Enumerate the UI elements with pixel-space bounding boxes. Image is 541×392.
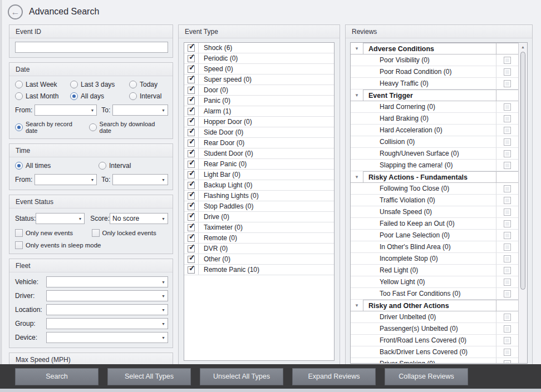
review-checkbox[interactable]	[496, 113, 518, 124]
event-type-checkbox[interactable]: ✓	[184, 138, 199, 148]
checkbox-only-new-events[interactable]: Only new events	[15, 229, 92, 237]
review-checkbox[interactable]	[496, 78, 518, 89]
collapse-arrow-icon[interactable]: ▾	[351, 43, 363, 54]
review-item-row[interactable]: Back/Driver Lens Covered (0)	[351, 346, 518, 358]
review-checkbox[interactable]	[496, 218, 518, 229]
review-checkbox[interactable]	[496, 206, 518, 217]
review-item-row[interactable]: Driver Unbelted (0)	[351, 311, 518, 323]
review-checkbox[interactable]	[496, 125, 518, 136]
radio-date-last-week[interactable]: Last Week	[15, 81, 70, 88]
collapse-arrow-icon[interactable]: ▾	[351, 171, 363, 182]
review-checkbox[interactable]	[496, 276, 518, 287]
event-type-checkbox[interactable]: ✓	[184, 106, 199, 116]
review-item-row[interactable]: Too Fast For Conditions (0)	[351, 288, 518, 300]
review-item-row[interactable]: Collision (0)	[351, 136, 518, 148]
expand-reviews-button[interactable]: Expand Reviews	[292, 368, 376, 385]
event-type-row[interactable]: ✓Side Door (0)	[184, 127, 334, 138]
review-group-row[interactable]: ▾Risky and Other Actions	[351, 300, 518, 311]
event-type-checkbox[interactable]: ✓	[184, 159, 199, 169]
review-item-row[interactable]: Hard Cornering (0)	[351, 101, 518, 113]
event-type-checkbox[interactable]: ✓	[184, 127, 199, 137]
review-item-row[interactable]: Hard Acceleration (0)	[351, 125, 518, 136]
fleet-dropdown-driver[interactable]: ▼	[46, 290, 168, 301]
review-item-row[interactable]: Yellow Light (0)	[351, 276, 518, 288]
event-type-row[interactable]: ✓Light Bar (0)	[184, 170, 334, 180]
review-item-row[interactable]: Traffic Violation (0)	[351, 195, 518, 206]
event-type-checkbox[interactable]: ✓	[184, 222, 199, 232]
event-type-row[interactable]: ✓Periodic (0)	[184, 53, 334, 64]
event-type-checkbox[interactable]: ✓	[184, 148, 199, 158]
event-type-checkbox[interactable]: ✓	[184, 244, 199, 254]
event-type-row[interactable]: ✓Other (0)	[184, 254, 334, 265]
status-dropdown[interactable]: ▼	[36, 213, 85, 224]
review-checkbox[interactable]	[496, 54, 518, 66]
review-item-row[interactable]: Failed to Keep an Out (0)	[351, 218, 518, 230]
event-type-row[interactable]: ✓Stop Paddles (0)	[184, 201, 334, 212]
review-item-row[interactable]: Poor Visibility (0)	[351, 54, 518, 66]
event-type-checkbox[interactable]: ✓	[184, 254, 199, 264]
radio-search-by-record-date[interactable]: Search by record date	[15, 121, 86, 134]
review-item-row[interactable]: Poor Lane Selection (0)	[351, 230, 518, 241]
review-group-row[interactable]: ▾Risky Actions - Fundamentals	[351, 171, 518, 183]
event-type-checkbox[interactable]: ✓	[184, 170, 199, 180]
event-type-row[interactable]: ✓Panic (0)	[184, 96, 334, 106]
review-checkbox[interactable]	[496, 241, 518, 252]
fleet-dropdown-vehicle[interactable]: ▼	[46, 276, 168, 287]
reviews-scrollbar[interactable]: ▲	[518, 43, 527, 363]
event-type-row[interactable]: ✓DVR (0)	[184, 244, 334, 254]
date-to-dropdown[interactable]: ▼	[112, 105, 168, 116]
review-checkbox[interactable]	[496, 101, 518, 112]
review-checkbox[interactable]	[496, 253, 518, 264]
event-type-row[interactable]: ✓Hopper Door (0)	[184, 117, 334, 127]
review-item-row[interactable]: Front/Road Lens Covered (0)	[351, 335, 518, 346]
event-type-row[interactable]: ✓Taximeter (0)	[184, 222, 334, 233]
event-type-row[interactable]: ✓Flashing Lights (0)	[184, 191, 334, 201]
event-type-checkbox[interactable]: ✓	[184, 85, 199, 95]
event-type-checkbox[interactable]: ✓	[184, 75, 199, 85]
review-item-row[interactable]: Rough/Uneven Surface (0)	[351, 148, 518, 160]
review-item-row[interactable]: Poor Road Condition (0)	[351, 66, 518, 78]
event-type-checkbox[interactable]: ✓	[184, 64, 199, 74]
radio-date-interval[interactable]: Interval	[129, 92, 168, 100]
review-checkbox[interactable]	[496, 230, 518, 241]
event-type-row[interactable]: ✓Alarm (1)	[184, 106, 334, 117]
time-to-dropdown[interactable]: ▼	[112, 174, 168, 185]
radio-time-all-times[interactable]: All times	[15, 162, 99, 170]
review-item-row[interactable]: Unsafe Speed (0)	[351, 206, 518, 218]
fleet-dropdown-device[interactable]: ▼	[46, 332, 168, 343]
event-type-checkbox[interactable]: ✓	[184, 191, 199, 201]
review-checkbox[interactable]	[496, 335, 518, 346]
review-checkbox[interactable]	[496, 288, 518, 299]
review-checkbox[interactable]	[496, 265, 518, 276]
event-type-row[interactable]: ✓Remote Panic (10)	[184, 265, 334, 275]
event-type-row[interactable]: ✓Student Door (0)	[184, 148, 334, 159]
checkbox-only-events-in-sleep-mode[interactable]: Only events in sleep mode	[15, 241, 168, 249]
event-type-row[interactable]: ✓Rear Panic (0)	[184, 159, 334, 170]
event-type-checkbox[interactable]: ✓	[184, 233, 199, 243]
event-type-checkbox[interactable]: ✓	[184, 43, 199, 53]
event-type-row[interactable]: ✓Door (0)	[184, 85, 334, 96]
event-type-row[interactable]: ✓Super speed (0)	[184, 75, 334, 85]
review-checkbox[interactable]	[496, 346, 518, 358]
scrollbar-thumb[interactable]	[520, 52, 525, 290]
fleet-dropdown-group[interactable]: ▼	[46, 318, 168, 329]
review-item-row[interactable]: Driver Smoking (0)	[351, 358, 518, 364]
event-type-row[interactable]: ✓Remote (0)	[184, 233, 334, 244]
review-group-row[interactable]: ▾Event Trigger	[351, 90, 518, 101]
review-checkbox[interactable]	[496, 136, 518, 147]
review-item-row[interactable]: In Other's Blind Area (0)	[351, 241, 518, 253]
radio-date-last-month[interactable]: Last Month	[15, 92, 70, 100]
event-id-input[interactable]	[15, 42, 168, 53]
unselect-all-types-button[interactable]: Unselect All Types	[200, 368, 283, 385]
review-item-row[interactable]: Heavy Traffic (0)	[351, 78, 518, 90]
radio-time-interval[interactable]: Interval	[99, 162, 168, 170]
review-checkbox[interactable]	[496, 195, 518, 206]
review-item-row[interactable]: Incomplete Stop (0)	[351, 253, 518, 265]
select-all-types-button[interactable]: Select All Types	[107, 368, 191, 385]
event-type-row[interactable]: ✓Speed (0)	[184, 64, 334, 75]
radio-date-today[interactable]: Today	[129, 81, 168, 88]
event-type-checkbox[interactable]: ✓	[184, 201, 199, 211]
fleet-dropdown-location[interactable]: ▼	[46, 304, 168, 315]
review-checkbox[interactable]	[496, 160, 518, 171]
collapse-arrow-icon[interactable]: ▾	[351, 90, 363, 101]
